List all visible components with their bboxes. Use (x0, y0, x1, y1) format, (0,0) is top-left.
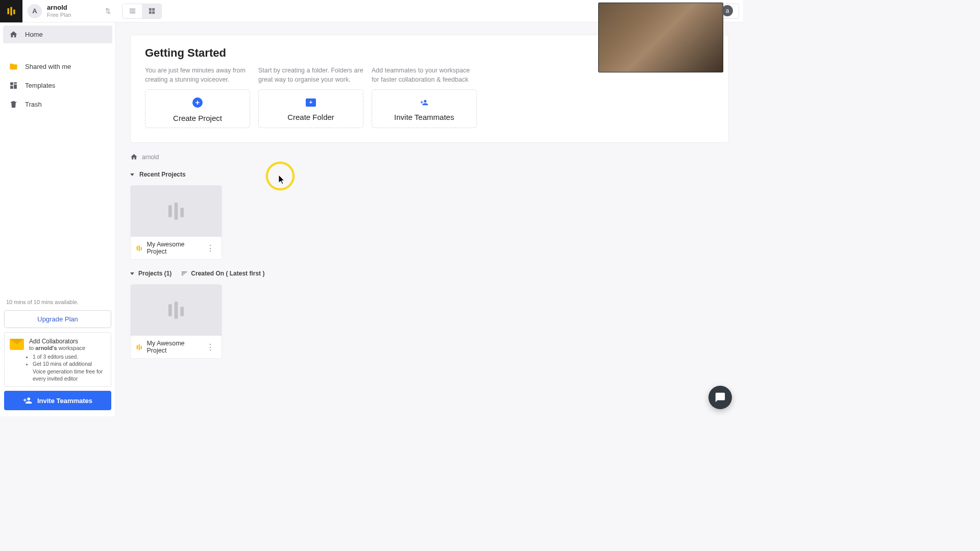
brand-icon (166, 300, 186, 320)
grid-icon (148, 7, 156, 15)
workspace-selector[interactable]: A arnold Free Plan ⇅ (22, 0, 116, 22)
workspace-plan: Free Plan (47, 12, 71, 18)
main-content: Getting Started You are just few minutes… (116, 22, 743, 416)
project-menu-button[interactable]: ⋮ (204, 243, 216, 253)
nav-shared[interactable]: Shared with me (3, 58, 112, 76)
project-menu-button[interactable]: ⋮ (204, 342, 216, 352)
svg-rect-20 (139, 344, 140, 350)
nav-label: Shared with me (25, 63, 71, 70)
svg-rect-3 (129, 9, 135, 9)
svg-rect-16 (168, 305, 172, 316)
svg-rect-15 (141, 247, 142, 250)
collab-bullet: 1 of 3 editors used. (33, 353, 106, 360)
user-avatar[interactable]: a (722, 5, 733, 16)
folder-plus-icon (306, 98, 316, 107)
projects-header[interactable]: Projects (1) (130, 270, 172, 277)
sort-selector[interactable]: Created On ( Latest first ) (181, 270, 264, 277)
svg-rect-6 (149, 8, 151, 11)
brand-logo[interactable] (0, 0, 22, 22)
svg-rect-5 (129, 13, 135, 13)
invite-teammates-tile[interactable]: Invite Teammates (372, 89, 477, 128)
svg-rect-8 (149, 11, 151, 14)
workspace-avatar: A (28, 4, 42, 18)
sidebar: Home Shared with me Templates Trash 10 m… (0, 22, 116, 416)
brand-icon (6, 6, 16, 16)
project-card[interactable]: My Awesome Project ⋮ (130, 284, 222, 359)
home-icon (130, 153, 138, 161)
svg-rect-2 (13, 9, 15, 14)
tile-desc: You are just few minutes away from creat… (145, 66, 250, 84)
svg-rect-7 (152, 8, 155, 11)
breadcrumb-root: arnold (142, 154, 159, 161)
templates-icon (9, 81, 18, 90)
view-list-button[interactable] (122, 4, 142, 18)
collab-bullet: Get 10 mins of additional Voice generati… (33, 360, 106, 382)
person-add-icon (23, 396, 32, 405)
folder-shared-icon (9, 62, 18, 71)
svg-rect-4 (129, 11, 135, 11)
view-grid-button[interactable] (142, 4, 161, 18)
project-name: My Awesome Project (146, 340, 200, 354)
collab-subtitle: to arnold's workspace (29, 345, 85, 351)
brand-icon (166, 201, 186, 221)
caret-down-icon (130, 173, 134, 176)
sort-icon (181, 270, 188, 277)
svg-rect-17 (175, 302, 178, 319)
collab-title: Add Collaborators (29, 338, 85, 345)
tile-label: Create Folder (287, 113, 334, 121)
caret-down-icon (130, 272, 134, 275)
svg-rect-12 (180, 208, 184, 217)
chat-fab[interactable] (708, 386, 732, 409)
nav-home[interactable]: Home (3, 26, 112, 43)
cursor-icon (279, 175, 286, 184)
project-thumbnail (131, 186, 222, 237)
mail-icon (10, 339, 24, 350)
svg-rect-18 (180, 307, 184, 316)
svg-rect-14 (139, 245, 140, 251)
tile-desc: Start by creating a folder. Folders are … (258, 66, 363, 84)
svg-rect-13 (137, 246, 138, 250)
nav-label: Home (25, 31, 43, 38)
tile-desc: Add teammates to your workspace for fast… (372, 66, 477, 84)
usage-text: 10 mins of 10 mins available. (4, 298, 111, 306)
section-title: Recent Projects (139, 171, 186, 178)
view-toggle (122, 4, 162, 19)
plus-circle-icon: + (192, 97, 203, 108)
svg-rect-21 (141, 346, 142, 349)
webcam-overlay (598, 3, 723, 72)
svg-rect-19 (137, 345, 138, 349)
tile-label: Invite Teammates (394, 113, 454, 121)
svg-rect-0 (8, 8, 9, 14)
nav-label: Templates (25, 82, 55, 89)
trash-icon (9, 100, 18, 109)
svg-rect-1 (10, 7, 12, 15)
collaborators-card: Add Collaborators to arnold's workspace … (4, 332, 111, 387)
svg-rect-11 (175, 203, 178, 220)
sort-label: Created On ( Latest first ) (191, 270, 264, 277)
brand-icon (136, 244, 142, 252)
project-card[interactable]: My Awesome Project ⋮ (130, 185, 222, 260)
workspace-name: arnold (47, 4, 71, 12)
list-icon (129, 7, 136, 15)
breadcrumb[interactable]: arnold (130, 153, 729, 161)
project-name: My Awesome Project (146, 241, 200, 255)
invite-teammates-button[interactable]: Invite Teammates (4, 391, 111, 410)
home-icon (9, 30, 18, 39)
upgrade-plan-button[interactable]: Upgrade Plan (4, 310, 111, 328)
chat-icon (715, 392, 726, 403)
chevron-updown-icon: ⇅ (105, 7, 111, 15)
nav-templates[interactable]: Templates (3, 77, 112, 94)
create-folder-tile[interactable]: Create Folder (258, 89, 363, 128)
project-thumbnail (131, 285, 222, 336)
svg-rect-10 (168, 206, 172, 217)
invite-label: Invite Teammates (37, 397, 92, 405)
create-project-tile[interactable]: + Create Project (145, 89, 250, 128)
nav-label: Trash (25, 101, 42, 108)
person-add-icon (419, 98, 430, 107)
section-title: Projects (1) (138, 270, 172, 277)
nav-trash[interactable]: Trash (3, 95, 112, 113)
brand-icon (136, 343, 142, 351)
svg-rect-9 (152, 11, 155, 14)
recent-projects-header[interactable]: Recent Projects (130, 171, 729, 178)
tile-label: Create Project (173, 114, 222, 122)
